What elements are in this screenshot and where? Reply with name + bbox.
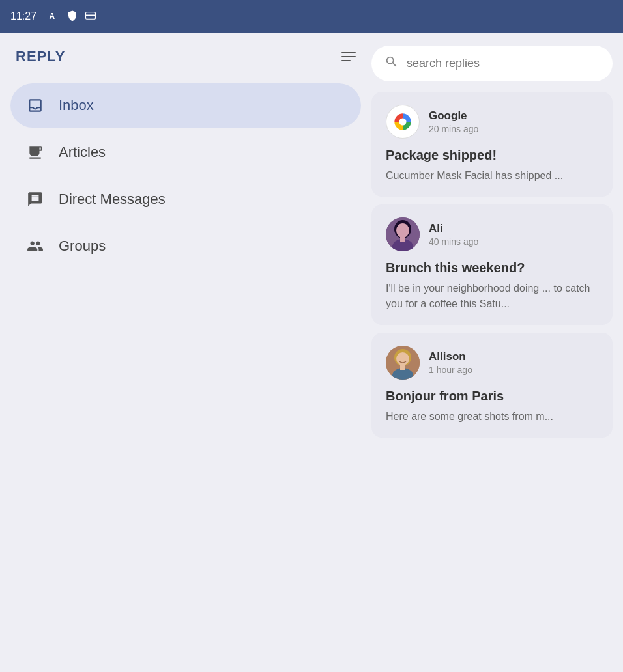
sidebar-header: REPLY (10, 48, 361, 65)
svg-point-7 (396, 223, 409, 238)
sidebar-item-inbox[interactable]: Inbox (10, 83, 361, 128)
sender-info-allison: Allison 1 hour ago (429, 350, 472, 375)
sender-name-allison: Allison (429, 350, 472, 363)
sender-time-google: 20 mins ago (429, 124, 478, 134)
groups-label: Groups (59, 238, 106, 255)
sender-time-ali: 40 mins ago (429, 236, 478, 247)
status-icon-card (85, 10, 96, 23)
message-preview-ali: I'll be in your neighborhood doing ... t… (386, 281, 598, 312)
sender-time-allison: 1 hour ago (429, 365, 472, 375)
inbox-icon (25, 95, 46, 116)
message-header-google: Google 20 mins ago (386, 105, 598, 139)
avatar-google (386, 105, 420, 139)
search-icon (384, 55, 399, 72)
status-time: 11:27 (10, 10, 36, 22)
sender-info-google: Google 20 mins ago (429, 109, 478, 134)
message-title-google: Package shipped! (386, 148, 598, 163)
sender-name-ali: Ali (429, 222, 478, 235)
status-icon-a: A (48, 10, 60, 23)
menu-collapse-button[interactable] (341, 52, 356, 61)
sender-name-google: Google (429, 109, 478, 122)
menu-line-3 (341, 60, 351, 61)
sidebar-item-direct-messages[interactable]: Direct Messages (10, 177, 361, 221)
message-title-allison: Bonjour from Paris (386, 389, 598, 404)
avatar-ali (386, 217, 420, 251)
svg-rect-14 (400, 365, 405, 370)
message-card-allison[interactable]: Allison 1 hour ago Bonjour from Paris He… (371, 333, 613, 438)
menu-line-1 (341, 52, 356, 53)
sender-info-ali: Ali 40 mins ago (429, 222, 478, 247)
status-icon-shield (66, 10, 78, 23)
sidebar-item-articles[interactable]: Articles (10, 130, 361, 175)
inbox-label: Inbox (59, 97, 94, 114)
avatar-allison (386, 346, 420, 380)
svg-text:A: A (50, 11, 55, 20)
status-bar: 11:27 A (0, 0, 623, 33)
message-title-ali: Brunch this weekend? (386, 260, 598, 275)
groups-icon (25, 236, 46, 257)
svg-point-12 (396, 352, 409, 365)
search-input[interactable] (407, 57, 600, 70)
svg-rect-2 (86, 14, 96, 16)
message-card-ali[interactable]: Ali 40 mins ago Brunch this weekend? I'l… (371, 204, 613, 325)
message-preview-allison: Here are some great shots from m... (386, 409, 598, 425)
svg-point-4 (399, 118, 406, 125)
message-preview-google: Cucumber Mask Facial has shipped ... (386, 168, 598, 184)
articles-icon (25, 142, 46, 163)
message-header-allison: Allison 1 hour ago (386, 346, 598, 380)
app-logo: REPLY (16, 48, 65, 65)
direct-messages-label: Direct Messages (59, 191, 166, 208)
direct-messages-icon (25, 189, 46, 210)
svg-rect-9 (400, 236, 405, 242)
menu-line-2 (341, 56, 356, 57)
sidebar: REPLY Inbox Articles (0, 33, 371, 672)
search-bar[interactable] (371, 46, 613, 81)
articles-label: Articles (59, 144, 106, 161)
message-card-google[interactable]: Google 20 mins ago Package shipped! Cucu… (371, 92, 613, 197)
message-header-ali: Ali 40 mins ago (386, 217, 598, 251)
right-panel: Google 20 mins ago Package shipped! Cucu… (371, 33, 623, 672)
sidebar-item-groups[interactable]: Groups (10, 224, 361, 268)
main-container: REPLY Inbox Articles (0, 33, 623, 672)
